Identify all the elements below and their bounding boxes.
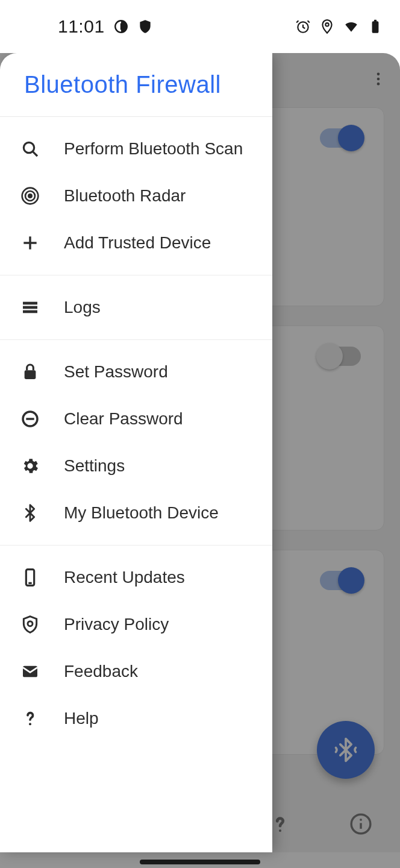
svg-rect-3: [372, 21, 379, 33]
drawer-item-settings[interactable]: Settings: [0, 442, 272, 489]
svg-rect-4: [374, 20, 377, 22]
gear-icon: [18, 456, 42, 476]
drawer-item-logs[interactable]: Logs: [0, 284, 272, 331]
status-wifi-icon: [343, 19, 359, 34]
drawer-item-label: Logs: [64, 298, 101, 317]
status-location-icon: [319, 19, 335, 34]
drawer-group-scan: Perform Bluetooth ScanBluetooth RadarAdd…: [0, 117, 272, 275]
drawer-item-perform-bluetooth-scan[interactable]: Perform Bluetooth Scan: [0, 125, 272, 172]
circle-minus-icon: [18, 409, 42, 429]
status-dnd-icon: [113, 19, 129, 34]
drawer-item-my-bluetooth-device[interactable]: My Bluetooth Device: [0, 489, 272, 536]
phone-icon: [18, 568, 42, 587]
drawer-group-logs: Logs: [0, 275, 272, 339]
question-icon: [18, 709, 42, 728]
drawer-group-info: Recent UpdatesPrivacy PolicyFeedbackHelp: [0, 546, 272, 750]
drawer-title: Bluetooth Firewall: [24, 71, 221, 98]
drawer-item-bluetooth-radar[interactable]: Bluetooth Radar: [0, 172, 272, 219]
drawer-item-label: Help: [64, 709, 99, 728]
drawer-item-label: Privacy Policy: [64, 615, 169, 634]
drawer-item-label: Clear Password: [64, 409, 183, 429]
drawer-item-label: Recent Updates: [64, 568, 185, 587]
svg-rect-21: [23, 310, 37, 313]
navigation-drawer: Bluetooth Firewall Perform Bluetooth Sca…: [0, 53, 272, 852]
status-alarm-icon: [295, 19, 311, 34]
drawer-item-label: My Bluetooth Device: [64, 503, 219, 523]
shield-icon: [18, 615, 42, 634]
drawer-item-add-trusted-device[interactable]: Add Trusted Device: [0, 219, 272, 266]
drawer-item-label: Bluetooth Radar: [64, 186, 186, 206]
status-battery-icon: [367, 19, 383, 34]
svg-point-12: [23, 142, 34, 153]
drawer-item-recent-updates[interactable]: Recent Updates: [0, 554, 272, 601]
lock-icon: [18, 362, 42, 382]
drawer-item-label: Feedback: [64, 662, 138, 681]
drawer-item-set-password[interactable]: Set Password: [0, 348, 272, 395]
status-time: 11:01: [58, 16, 105, 37]
svg-rect-22: [25, 370, 36, 379]
mail-icon: [18, 662, 42, 681]
plus-icon: [18, 233, 42, 253]
bluetooth-icon: [18, 503, 42, 523]
svg-rect-19: [23, 302, 37, 305]
drawer-item-label: Add Trusted Device: [64, 233, 211, 253]
drawer-item-clear-password[interactable]: Clear Password: [0, 395, 272, 442]
drawer-item-feedback[interactable]: Feedback: [0, 648, 272, 695]
drawer-group-security: Set PasswordClear PasswordSettingsMy Blu…: [0, 340, 272, 545]
svg-point-2: [325, 23, 328, 26]
svg-point-16: [28, 194, 31, 197]
status-bar: 11:01: [0, 0, 400, 53]
search-icon: [18, 139, 42, 159]
drawer-item-help[interactable]: Help: [0, 695, 272, 742]
home-indicator[interactable]: [140, 860, 260, 864]
list-icon: [18, 298, 42, 317]
svg-line-13: [33, 151, 37, 156]
drawer-item-label: Settings: [64, 456, 125, 476]
drawer-item-label: Perform Bluetooth Scan: [64, 139, 243, 159]
svg-rect-20: [23, 306, 37, 309]
status-shield-icon: [137, 19, 153, 34]
drawer-header: Bluetooth Firewall: [0, 53, 272, 117]
svg-point-29: [29, 723, 31, 725]
drawer-item-privacy-policy[interactable]: Privacy Policy: [0, 601, 272, 648]
radar-icon: [18, 186, 42, 206]
drawer-item-label: Set Password: [64, 362, 168, 382]
svg-point-27: [28, 621, 33, 626]
